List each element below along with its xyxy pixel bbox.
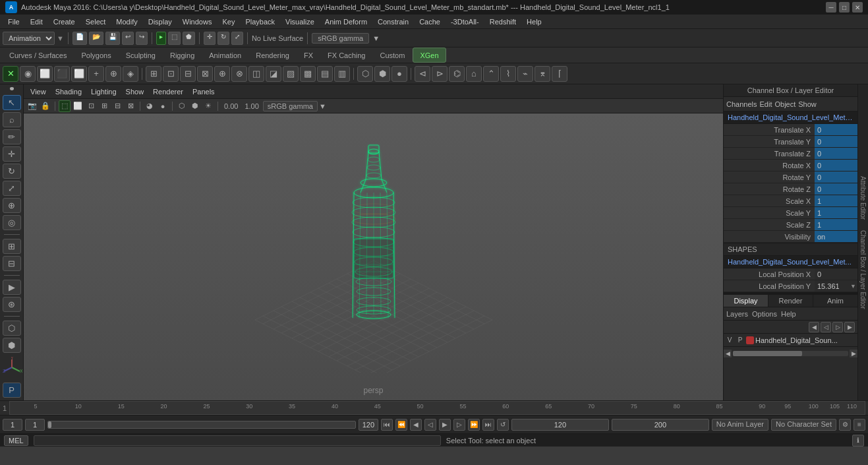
layer-scroll-track[interactable] <box>733 351 848 356</box>
vp-gamma-label[interactable]: sRGB gamma <box>263 101 318 111</box>
menu-help[interactable]: Help <box>521 16 547 27</box>
menu-redshift[interactable]: Redshift <box>484 16 521 27</box>
tool26-icon[interactable]: ⌃ <box>483 66 499 82</box>
visibility-value[interactable]: on <box>815 231 857 242</box>
local-pos-y-value[interactable]: 15.361 ▼ <box>815 280 857 292</box>
vp-sel3-icon[interactable]: ⊡ <box>85 100 97 112</box>
vp-wire-icon[interactable]: ⬡ <box>176 100 188 112</box>
rotate-x-value[interactable]: 0 <box>815 160 857 171</box>
rotate-tool-btn[interactable]: ↻ <box>3 164 21 179</box>
vp-lock-icon[interactable]: 🔒 <box>40 100 51 112</box>
vp-gamma-arrow[interactable]: ▼ <box>319 102 326 110</box>
select-tool-icon[interactable]: ✕ <box>3 66 18 82</box>
char-set-label[interactable]: No Character Set <box>771 419 836 431</box>
tool14-icon[interactable]: ◫ <box>248 66 264 82</box>
vp-sel5-icon[interactable]: ⊟ <box>111 100 123 112</box>
range-end-input[interactable] <box>359 419 378 431</box>
tool17-icon[interactable]: ▩ <box>300 66 316 82</box>
vp-menu-renderer[interactable]: Renderer <box>149 86 187 97</box>
tool12-icon[interactable]: ⊕ <box>214 66 230 82</box>
frame-max-field[interactable] <box>612 419 709 431</box>
snap-btn[interactable]: ⊟ <box>3 256 21 271</box>
object-menu[interactable]: Object <box>774 100 796 108</box>
play-back-btn[interactable]: ◁ <box>424 419 436 431</box>
soft-mod-btn[interactable]: ◎ <box>3 215 21 230</box>
translate-y-value[interactable]: 0 <box>815 136 857 147</box>
layer-type[interactable]: P <box>736 336 745 344</box>
vp-shading2-icon[interactable]: ● <box>157 100 169 112</box>
vp-light-icon[interactable]: ☀ <box>202 100 214 112</box>
tab-display[interactable]: Display <box>724 295 768 307</box>
vp-menu-lighting[interactable]: Lighting <box>87 86 121 97</box>
select-btn[interactable]: ▸ <box>156 32 166 45</box>
menu-create[interactable]: Create <box>48 16 80 27</box>
workspace-select[interactable]: Animation <box>3 32 55 45</box>
rotate-y-value[interactable]: 0 <box>815 171 857 183</box>
menu-cache[interactable]: Cache <box>414 16 446 27</box>
menu-select[interactable]: Select <box>80 16 111 27</box>
tab-animation[interactable]: Animation <box>202 47 248 63</box>
play-fwd-btn[interactable]: ▶ <box>439 419 451 431</box>
vp-scale-field[interactable]: 1.00 <box>242 102 261 110</box>
tool9-icon[interactable]: ⊡ <box>163 66 179 82</box>
tab-fx-caching[interactable]: FX Caching <box>321 47 372 63</box>
prev-key-btn[interactable]: ◀ <box>410 419 422 431</box>
status-info-btn[interactable]: ℹ <box>852 435 864 447</box>
tool4-icon[interactable]: ⬜ <box>71 66 87 82</box>
layer-visibility[interactable]: V <box>725 336 734 344</box>
translate-z-value[interactable]: 0 <box>815 148 857 159</box>
tool19-icon[interactable]: ▥ <box>334 66 350 82</box>
tool30-icon[interactable]: ⌈ <box>552 66 567 82</box>
vp-shading1-icon[interactable]: ◕ <box>144 100 156 112</box>
start-frame-input[interactable] <box>25 419 45 431</box>
layer-next-icon[interactable]: ▶ <box>844 322 855 332</box>
anim-layer-label[interactable]: No Anim Layer <box>712 419 768 431</box>
select-tool-btn[interactable]: ↖ <box>3 95 21 110</box>
paint-select-btn[interactable]: ✏ <box>3 129 21 144</box>
crease-btn[interactable]: ⬡ <box>3 321 21 336</box>
tool24-icon[interactable]: ⌬ <box>449 66 465 82</box>
ipr-btn[interactable]: ⊛ <box>3 297 21 312</box>
menu-anim-deform[interactable]: Anim Deform <box>320 16 372 27</box>
vp-menu-view[interactable]: View <box>26 86 50 97</box>
go-end-btn[interactable]: ⏭ <box>482 419 494 431</box>
edit-menu[interactable]: Edit <box>759 100 772 108</box>
menu-constrain[interactable]: Constrain <box>372 16 414 27</box>
layers-menu-item[interactable]: Layers <box>726 310 748 318</box>
tool8-icon[interactable]: ⊞ <box>146 66 161 82</box>
undo-btn[interactable]: ↩ <box>122 32 134 45</box>
local-pos-y-expand[interactable]: ▼ <box>850 283 856 290</box>
tab-render[interactable]: Render <box>768 295 813 307</box>
show-menu[interactable]: Show <box>798 100 817 108</box>
rotate-btn[interactable]: ↻ <box>217 32 229 45</box>
rotate-z-value[interactable]: 0 <box>815 183 857 195</box>
menu-file[interactable]: File <box>3 16 25 27</box>
gamma-select[interactable]: sRGB gamma <box>312 33 369 44</box>
help-menu-item[interactable]: Help <box>781 310 796 318</box>
vp-menu-show[interactable]: Show <box>122 86 148 97</box>
vp-menu-panels[interactable]: Panels <box>188 86 219 97</box>
tool27-icon[interactable]: ⌇ <box>500 66 516 82</box>
scale-x-value[interactable]: 1 <box>815 195 857 206</box>
pb-extra-btn[interactable]: ≡ <box>854 419 865 431</box>
tool-extra-btn[interactable]: ⬢ <box>3 338 21 353</box>
vp-frame-field[interactable]: 0.00 <box>221 102 241 110</box>
scale-z-value[interactable]: 1 <box>815 219 857 230</box>
tab-anim[interactable]: Anim <box>813 295 857 307</box>
vp-sel2-icon[interactable]: ⬜ <box>72 100 84 112</box>
new-scene-btn[interactable]: 📄 <box>72 32 87 45</box>
save-btn[interactable]: 💾 <box>105 32 120 45</box>
minimize-button[interactable]: ─ <box>826 2 836 13</box>
tool13-icon[interactable]: ⊗ <box>231 66 247 82</box>
translate-x-value[interactable]: 0 <box>815 124 857 135</box>
layer-scroll-left[interactable]: ◀ <box>724 350 732 357</box>
scene-canvas[interactable]: persp <box>24 113 723 400</box>
menu-3dto[interactable]: -3DtoAll- <box>446 16 484 27</box>
vp-camera-icon[interactable]: 📷 <box>26 100 38 112</box>
vp-sel4-icon[interactable]: ⊞ <box>98 100 110 112</box>
orbit-icon[interactable]: ◉ <box>20 66 36 82</box>
show-manip-btn[interactable]: ⊞ <box>3 239 21 254</box>
menu-windows[interactable]: Windows <box>177 16 217 27</box>
next-key-btn[interactable]: ▷ <box>453 419 465 431</box>
menu-modify[interactable]: Modify <box>111 16 142 27</box>
